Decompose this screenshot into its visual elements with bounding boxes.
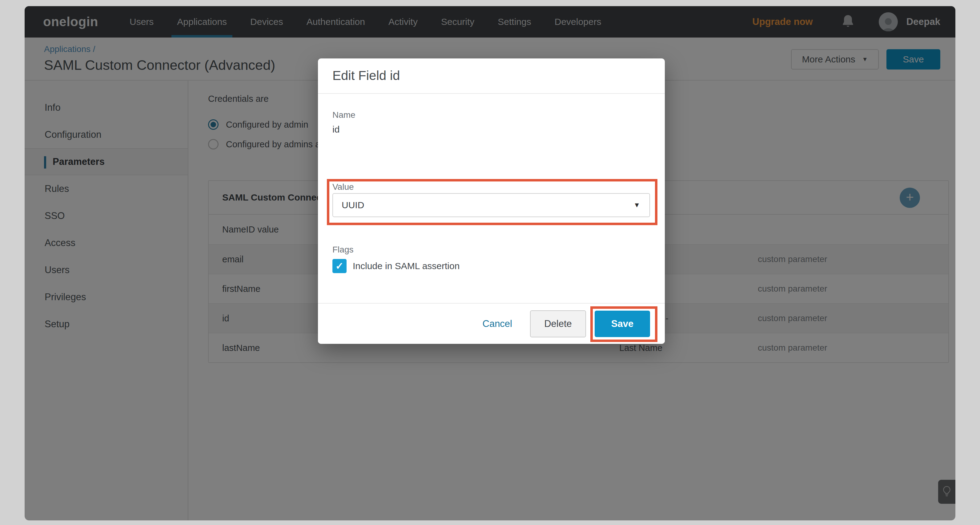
edit-field-modal: Edit Field id Name id Value UUID ▼ Flags… <box>318 59 665 344</box>
modal-footer: Cancel Delete Save <box>318 303 665 344</box>
checkbox-label: Include in SAML assertion <box>353 261 460 271</box>
caret-down-icon: ▼ <box>633 201 640 209</box>
modal-title-divider <box>318 93 665 94</box>
modal-save-button[interactable]: Save <box>595 311 650 337</box>
include-in-saml-assertion-checkbox[interactable]: ✓ <box>332 259 347 273</box>
app-window: onelogin Users Applications Devices Auth… <box>25 6 955 520</box>
name-label: Name <box>332 110 355 120</box>
value-label: Value <box>332 182 354 192</box>
desktop-background: onelogin Users Applications Devices Auth… <box>0 0 980 525</box>
delete-button[interactable]: Delete <box>530 310 586 337</box>
value-dropdown[interactable]: UUID ▼ <box>332 193 650 217</box>
flags-label: Flags <box>332 245 353 255</box>
modal-title: Edit Field id <box>332 68 400 83</box>
value-dropdown-selected: UUID <box>342 200 364 210</box>
cancel-button[interactable]: Cancel <box>483 318 512 329</box>
name-value: id <box>332 124 339 135</box>
include-in-saml-assertion-row: ✓ Include in SAML assertion <box>332 259 460 273</box>
